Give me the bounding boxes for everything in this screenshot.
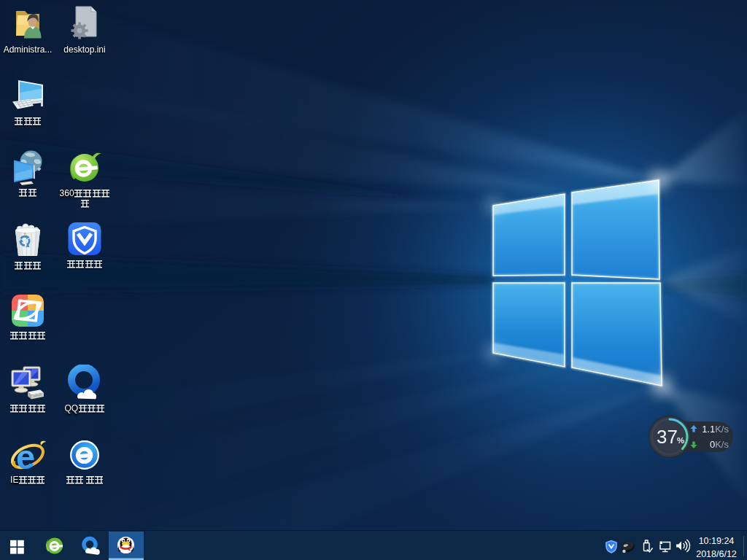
svg-text:0K/s: 0K/s: [710, 439, 729, 450]
svg-text:%: %: [677, 436, 684, 445]
svg-text:e: e: [16, 438, 35, 472]
svg-text:37: 37: [657, 426, 678, 448]
svg-text:10:19:24: 10:19:24: [699, 536, 735, 546]
svg-text:1.1K/s: 1.1K/s: [702, 424, 729, 435]
svg-text:2018/6/12: 2018/6/12: [696, 549, 737, 559]
